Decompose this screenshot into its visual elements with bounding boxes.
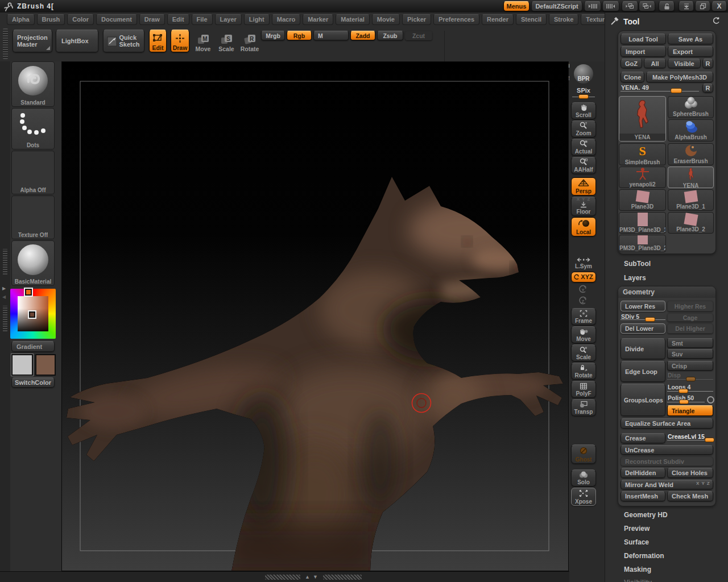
crease-button[interactable]: Crease bbox=[621, 433, 665, 443]
pm3d-plane3d-1-thumb[interactable]: PM3D_Plane3D_1 bbox=[619, 212, 666, 234]
secondary-color-swatch[interactable] bbox=[35, 354, 56, 376]
mirror-axis-label[interactable]: X Y Z bbox=[696, 481, 710, 486]
menu-brush[interactable]: Brush bbox=[37, 14, 65, 25]
panel-refresh-icon[interactable] bbox=[712, 16, 721, 25]
color-picker[interactable] bbox=[10, 289, 56, 339]
mrgb-button[interactable]: Mrgb bbox=[261, 31, 285, 40]
tray-collapse-arrow[interactable]: ▼ bbox=[313, 574, 318, 580]
tray-expand-arrow[interactable]: ▲ bbox=[305, 574, 310, 580]
triangle-button[interactable]: Triangle bbox=[667, 405, 713, 416]
export-button[interactable]: Export bbox=[668, 46, 713, 57]
document-canvas[interactable] bbox=[61, 61, 569, 571]
scroll-button[interactable]: Scroll bbox=[571, 102, 596, 119]
lower-res-button[interactable]: Lower Res bbox=[621, 301, 665, 311]
visible-button[interactable]: Visible bbox=[668, 59, 701, 68]
menu-light[interactable]: Light bbox=[244, 14, 270, 25]
polyf-button[interactable]: PolyF bbox=[571, 381, 596, 398]
menus-button[interactable]: Menus bbox=[503, 1, 530, 11]
del-lower-button[interactable]: Del Lower bbox=[621, 323, 665, 334]
plane3d-1-thumb[interactable]: Plane3D_1 bbox=[668, 189, 714, 211]
deformation-section-header[interactable]: Deformation bbox=[624, 552, 664, 560]
sdiv-slider[interactable]: SDiv 5 bbox=[621, 313, 665, 322]
left-tray-grip-top[interactable] bbox=[3, 249, 7, 275]
menu-preferences[interactable]: Preferences bbox=[433, 14, 479, 25]
rotate-z-button[interactable]: Z bbox=[577, 296, 590, 307]
minimize-button[interactable] bbox=[679, 1, 694, 11]
current-texture-thumb[interactable]: Texture Off bbox=[11, 196, 55, 239]
equalize-surface-area-button[interactable]: Equalize Surface Area bbox=[621, 418, 713, 429]
cage-button[interactable]: Cage bbox=[667, 313, 713, 322]
lock-button[interactable] bbox=[659, 1, 675, 11]
persp-button[interactable]: Persp bbox=[571, 177, 596, 196]
close-holes-button[interactable]: Close Holes bbox=[667, 468, 713, 478]
layers-section-header[interactable]: Layers bbox=[624, 274, 646, 282]
zadd-button[interactable]: Zadd bbox=[350, 31, 375, 40]
menu-macro[interactable]: Macro bbox=[272, 14, 300, 25]
insertmesh-button[interactable]: InsertMesh bbox=[621, 491, 665, 501]
xyz-rotation-button[interactable]: XYZ bbox=[571, 272, 596, 282]
tray-collapse-right-button[interactable] bbox=[602, 1, 619, 11]
save-as-button[interactable]: Save As bbox=[668, 34, 713, 44]
m-button[interactable]: M bbox=[313, 31, 349, 40]
bpr-button[interactable]: BPR bbox=[571, 63, 596, 85]
left-tray-grip-bottom[interactable] bbox=[3, 306, 7, 331]
del-higher-button[interactable]: Del Higher bbox=[667, 323, 713, 334]
menu-document[interactable]: Document bbox=[96, 14, 137, 25]
panel-shift-left-button[interactable] bbox=[622, 1, 638, 11]
lsym-button[interactable]: L.Sym bbox=[571, 256, 596, 271]
eraserbrush-thumb[interactable]: EraserBrush bbox=[668, 143, 714, 165]
all-button[interactable]: All bbox=[644, 59, 666, 68]
crisp-button[interactable]: Crisp bbox=[667, 361, 713, 371]
rotate-button[interactable]: R Rotate bbox=[240, 31, 259, 52]
suv-button[interactable]: Suv bbox=[667, 349, 713, 359]
edge-loop-button[interactable]: Edge Loop bbox=[621, 361, 665, 382]
panel-shift-right-button[interactable] bbox=[639, 1, 655, 11]
geometry-section-header[interactable]: Geometry bbox=[623, 288, 655, 296]
yena-small-thumb[interactable]: YENA bbox=[668, 167, 714, 188]
tray-grip-left[interactable] bbox=[265, 575, 300, 580]
left-tray-open-arrow[interactable]: ▶ bbox=[2, 286, 6, 291]
menu-marker[interactable]: Marker bbox=[303, 14, 333, 25]
make-polymesh3d-button[interactable]: Make PolyMesh3D bbox=[646, 72, 713, 82]
plane3d-2-thumb[interactable]: Plane3D_2 bbox=[668, 212, 714, 234]
projection-master-button[interactable]: Projection Master bbox=[13, 30, 52, 52]
actual-button[interactable]: Actual bbox=[571, 139, 596, 156]
menu-file[interactable]: File bbox=[192, 14, 213, 25]
subtool-section-header[interactable]: SubTool bbox=[624, 260, 651, 268]
quick-sketch-button[interactable]: Quick Sketch bbox=[103, 30, 144, 52]
tray-collapse-left-button[interactable] bbox=[584, 1, 601, 11]
zsub-button[interactable]: Zsub bbox=[377, 31, 403, 40]
scale-button[interactable]: S Scale bbox=[217, 31, 235, 52]
visibility-section-header[interactable]: Visibility bbox=[624, 579, 652, 582]
current-alpha-thumb[interactable]: Alpha Off bbox=[11, 151, 55, 194]
aahalf-button[interactable]: AAHalf bbox=[571, 157, 596, 174]
pm3d-plane3d-2-thumb[interactable]: PM3D_Plane3D_2 bbox=[619, 235, 666, 252]
simplebrush-thumb[interactable]: S SimpleBrush bbox=[619, 143, 666, 165]
main-color-swatch[interactable] bbox=[11, 354, 33, 376]
shelf-rotate-button[interactable]: Rotate bbox=[571, 363, 596, 380]
local-button[interactable]: Local bbox=[571, 217, 596, 236]
masking-section-header[interactable]: Masking bbox=[624, 566, 651, 573]
transp-button[interactable]: Transp bbox=[571, 399, 596, 416]
current-stroke-thumb[interactable]: Dots bbox=[11, 108, 55, 149]
restore-button[interactable] bbox=[695, 1, 710, 11]
plane3d-thumb[interactable]: Plane3D bbox=[619, 189, 666, 211]
import-button[interactable]: Import bbox=[621, 46, 666, 57]
yenapoli2-thumb[interactable]: yenapoli2 bbox=[619, 167, 666, 188]
menu-color[interactable]: Color bbox=[67, 14, 94, 25]
spherebrush-thumb[interactable]: SphereBrush bbox=[668, 96, 714, 118]
uncrease-button[interactable]: UnCrease bbox=[621, 445, 713, 455]
current-material-thumb[interactable]: BasicMaterial bbox=[11, 240, 55, 286]
divide-button[interactable]: Divide bbox=[621, 338, 665, 359]
rotate-y-button[interactable]: Y bbox=[577, 284, 590, 296]
groupsloops-button[interactable]: GroupsLoops bbox=[621, 384, 665, 416]
frame-button[interactable]: Frame bbox=[571, 308, 596, 325]
menu-render[interactable]: Render bbox=[482, 14, 514, 25]
zcut-button[interactable]: Zcut bbox=[405, 31, 432, 40]
shelf-scale-button[interactable]: Scale bbox=[571, 344, 596, 361]
higher-res-button[interactable]: Higher Res bbox=[667, 301, 713, 311]
rgb-button[interactable]: Rgb bbox=[287, 31, 312, 40]
spix-slider[interactable] bbox=[572, 91, 595, 99]
smt-button[interactable]: Smt bbox=[667, 338, 713, 348]
menu-stroke[interactable]: Stroke bbox=[549, 14, 578, 25]
